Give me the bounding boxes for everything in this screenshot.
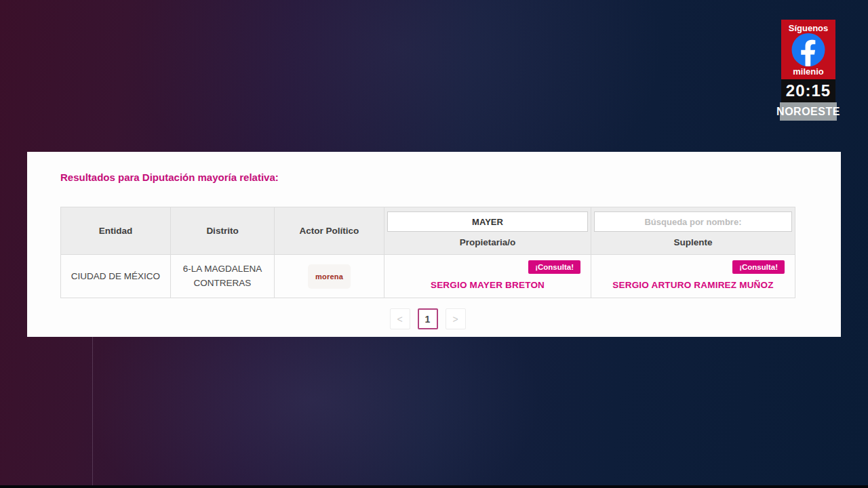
pagination-prev-button[interactable]: < — [390, 308, 410, 329]
column-header-suplente: Suplente — [591, 207, 795, 255]
owner-consulta-button[interactable]: ¡Consulta! — [528, 260, 580, 274]
substitute-consulta-button[interactable]: ¡Consulta! — [732, 260, 785, 274]
background-bottom-bar — [0, 485, 868, 488]
column-header-propietario: Propietaria/o — [384, 207, 591, 255]
substitute-candidate-name: SERGIO ARTURO RAMIREZ MUÑOZ — [591, 280, 795, 290]
facebook-follow-badge: Síguenos milenio — [781, 20, 835, 79]
substitute-column-label: Suplente — [673, 237, 712, 247]
row-cell-propietario: ¡Consulta! SERGIO MAYER BRETON — [384, 255, 591, 298]
row-cell-suplente: ¡Consulta! SERGIO ARTURO RAMIREZ MUÑOZ — [591, 255, 795, 298]
region-label: NOROESTE — [780, 102, 837, 121]
follow-label: Síguenos — [789, 23, 829, 33]
page-title: Resultados para Diputación mayoría relat… — [60, 171, 279, 183]
background-vertical-line — [92, 337, 93, 485]
column-header-entidad: Entidad — [61, 207, 171, 255]
row-cell-actor-politico: morena — [275, 255, 384, 298]
substitute-search-input[interactable] — [594, 211, 792, 232]
results-table: Entidad Distrito Actor Político Propieta… — [60, 207, 795, 298]
pagination: < 1 > — [60, 308, 795, 329]
owner-candidate-name: SERGIO MAYER BRETON — [384, 280, 591, 290]
row-cell-entidad: CIUDAD DE MÉXICO — [61, 255, 171, 298]
column-header-actor-politico: Actor Político — [275, 207, 384, 255]
channel-label: milenio — [793, 66, 824, 77]
facebook-icon — [790, 33, 827, 66]
pagination-next-button[interactable]: > — [446, 308, 466, 329]
broadcast-frame: Síguenos milenio 20:15 NOROESTE Resultad… — [0, 0, 868, 488]
morena-party-logo: morena — [308, 264, 351, 289]
broadcast-clock: 20:15 — [781, 79, 835, 102]
row-cell-distrito: 6-LA MAGDALENA CONTRERAS — [171, 255, 275, 298]
column-header-distrito: Distrito — [171, 207, 275, 255]
owner-search-input[interactable] — [387, 211, 588, 232]
owner-column-label: Propietaria/o — [460, 237, 516, 247]
pagination-page-1-button[interactable]: 1 — [418, 308, 438, 329]
results-card: Resultados para Diputación mayoría relat… — [27, 152, 841, 337]
